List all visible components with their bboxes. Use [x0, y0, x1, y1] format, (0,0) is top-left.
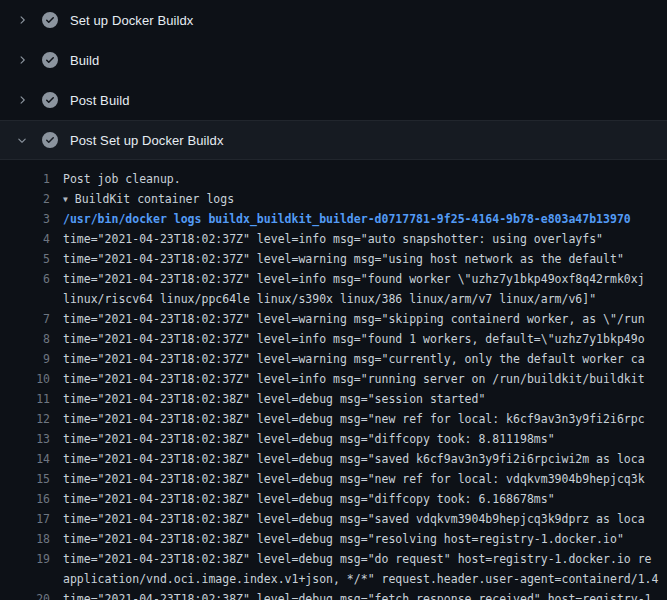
- log-line: 6 time="2021-04-23T18:02:37Z" level=info…: [0, 269, 667, 289]
- log-group-expanded-icon[interactable]: ▼: [63, 190, 68, 210]
- line-number[interactable]: 9: [0, 349, 50, 369]
- log-text: time="2021-04-23T18:02:37Z" level=info m…: [50, 229, 667, 249]
- chevron-down-icon: [14, 132, 30, 148]
- log-text: time="2021-04-23T18:02:38Z" level=debug …: [50, 589, 667, 600]
- log-text: /usr/bin/docker logs buildx_buildkit_bui…: [50, 209, 667, 229]
- log-text: time="2021-04-23T18:02:38Z" level=debug …: [50, 489, 667, 509]
- log-line: 8 time="2021-04-23T18:02:37Z" level=info…: [0, 329, 667, 349]
- log-line: 1 Post job cleanup.: [0, 169, 667, 189]
- log-text: time="2021-04-23T18:02:38Z" level=debug …: [50, 429, 667, 449]
- line-number[interactable]: 6: [0, 269, 50, 289]
- log-line: 14 time="2021-04-23T18:02:38Z" level=deb…: [0, 449, 667, 469]
- chevron-right-icon: [14, 12, 30, 28]
- step-label: Build: [70, 53, 99, 68]
- line-number[interactable]: 8: [0, 329, 50, 349]
- step-header[interactable]: Post Build: [0, 80, 667, 120]
- chevron-right-icon: [14, 52, 30, 68]
- line-number[interactable]: 7: [0, 309, 50, 329]
- step-header[interactable]: Build: [0, 40, 667, 80]
- log-text: time="2021-04-23T18:02:38Z" level=debug …: [50, 529, 667, 549]
- step-label: Set up Docker Buildx: [70, 13, 193, 28]
- log-text: time="2021-04-23T18:02:37Z" level=warnin…: [50, 309, 667, 329]
- line-number[interactable]: 3: [0, 209, 50, 229]
- log-text: Post job cleanup.: [50, 169, 667, 189]
- log-text: time="2021-04-23T18:02:37Z" level=info m…: [50, 329, 667, 349]
- step-label: Post Set up Docker Buildx: [70, 133, 224, 148]
- steps-list: Set up Docker Buildx Build Post Build Po…: [0, 0, 667, 160]
- log-text: time="2021-04-23T18:02:38Z" level=debug …: [50, 409, 667, 429]
- step-header[interactable]: Post Set up Docker Buildx: [0, 120, 667, 160]
- log-text: time="2021-04-23T18:02:38Z" level=debug …: [50, 509, 667, 529]
- log-text: time="2021-04-23T18:02:37Z" level=info m…: [50, 369, 667, 389]
- log-text: time="2021-04-23T18:02:38Z" level=debug …: [50, 469, 667, 489]
- line-number[interactable]: 15: [0, 469, 50, 489]
- check-circle-icon: [42, 132, 58, 148]
- chevron-right-icon: [14, 92, 30, 108]
- log-line: 19 time="2021-04-23T18:02:38Z" level=deb…: [0, 549, 667, 569]
- log-line: 5 time="2021-04-23T18:02:37Z" level=warn…: [0, 249, 667, 269]
- check-circle-icon: [42, 92, 58, 108]
- step-header[interactable]: Set up Docker Buildx: [0, 0, 667, 40]
- log-text: ▼BuildKit container logs: [50, 189, 667, 209]
- log-text: time="2021-04-23T18:02:37Z" level=info m…: [50, 269, 667, 289]
- line-number[interactable]: 11: [0, 389, 50, 409]
- log-line: 11 time="2021-04-23T18:02:38Z" level=deb…: [0, 389, 667, 409]
- log-line: 2 ▼BuildKit container logs: [0, 189, 667, 209]
- log-area: 1 Post job cleanup. 2 ▼BuildKit containe…: [0, 160, 667, 600]
- line-number[interactable]: 1: [0, 169, 50, 189]
- line-number[interactable]: [0, 289, 50, 309]
- step-label: Post Build: [70, 93, 130, 108]
- line-number[interactable]: 5: [0, 249, 50, 269]
- log-text: time="2021-04-23T18:02:37Z" level=warnin…: [50, 249, 667, 269]
- log-line: 13 time="2021-04-23T18:02:38Z" level=deb…: [0, 429, 667, 449]
- log-line: 9 time="2021-04-23T18:02:37Z" level=warn…: [0, 349, 667, 369]
- log-line: 12 time="2021-04-23T18:02:38Z" level=deb…: [0, 409, 667, 429]
- log-text: time="2021-04-23T18:02:38Z" level=debug …: [50, 549, 667, 569]
- check-circle-icon: [42, 52, 58, 68]
- line-number[interactable]: 19: [0, 549, 50, 569]
- log-group-label: BuildKit container logs: [75, 192, 234, 206]
- log-line: 17 time="2021-04-23T18:02:38Z" level=deb…: [0, 509, 667, 529]
- line-number[interactable]: 4: [0, 229, 50, 249]
- line-number[interactable]: 17: [0, 509, 50, 529]
- line-number[interactable]: 13: [0, 429, 50, 449]
- log-line: 20 time="2021-04-23T18:02:38Z" level=deb…: [0, 589, 667, 600]
- log-text: time="2021-04-23T18:02:37Z" level=warnin…: [50, 349, 667, 369]
- log-line: 4 time="2021-04-23T18:02:37Z" level=info…: [0, 229, 667, 249]
- log-text: time="2021-04-23T18:02:38Z" level=debug …: [50, 389, 667, 409]
- line-number[interactable]: 12: [0, 409, 50, 429]
- log-line: 18 time="2021-04-23T18:02:38Z" level=deb…: [0, 529, 667, 549]
- workflow-log-viewer: Set up Docker Buildx Build Post Build Po…: [0, 0, 667, 600]
- line-number[interactable]: [0, 569, 50, 589]
- log-text: linux/riscv64 linux/ppc64le linux/s390x …: [50, 289, 667, 309]
- line-number[interactable]: 2: [0, 189, 50, 209]
- log-line: 7 time="2021-04-23T18:02:37Z" level=warn…: [0, 309, 667, 329]
- line-number[interactable]: 16: [0, 489, 50, 509]
- log-line: 15 time="2021-04-23T18:02:38Z" level=deb…: [0, 469, 667, 489]
- log-line: 3 /usr/bin/docker logs buildx_buildkit_b…: [0, 209, 667, 229]
- line-number[interactable]: 10: [0, 369, 50, 389]
- log-line: 16 time="2021-04-23T18:02:38Z" level=deb…: [0, 489, 667, 509]
- log-text: time="2021-04-23T18:02:38Z" level=debug …: [50, 449, 667, 469]
- log-line: linux/riscv64 linux/ppc64le linux/s390x …: [0, 289, 667, 309]
- line-number[interactable]: 20: [0, 589, 50, 600]
- line-number[interactable]: 18: [0, 529, 50, 549]
- log-line: 10 time="2021-04-23T18:02:37Z" level=inf…: [0, 369, 667, 389]
- check-circle-icon: [42, 12, 58, 28]
- log-text: application/vnd.oci.image.index.v1+json,…: [50, 569, 667, 589]
- log-line: application/vnd.oci.image.index.v1+json,…: [0, 569, 667, 589]
- line-number[interactable]: 14: [0, 449, 50, 469]
